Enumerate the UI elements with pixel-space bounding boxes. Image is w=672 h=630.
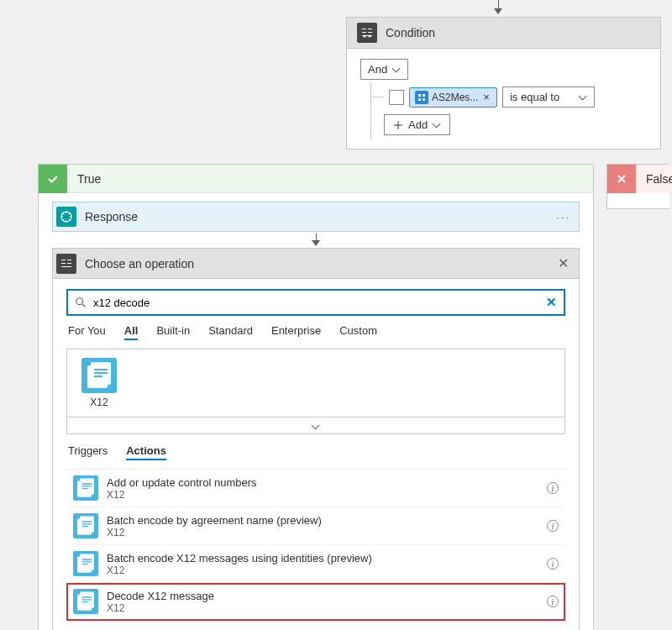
- condition-icon: [357, 23, 377, 43]
- response-icon: [56, 207, 76, 227]
- info-icon[interactable]: i: [547, 596, 559, 607]
- as2-token-icon: [415, 91, 428, 104]
- info-icon[interactable]: i: [547, 520, 559, 532]
- action-title: Decode X12 message: [107, 590, 538, 602]
- svg-point-1: [369, 35, 371, 38]
- actions-list[interactable]: Add or update control numbersX12iBatch e…: [66, 469, 565, 630]
- ta-tab-actions[interactable]: Actions: [126, 443, 166, 460]
- x-icon: [607, 165, 636, 193]
- chevron-down-icon: [392, 67, 401, 72]
- true-branch-panel: True Response ··· Choose an operation ✕: [38, 164, 594, 630]
- svg-rect-5: [423, 98, 425, 101]
- action-subtitle: X12: [107, 489, 538, 501]
- category-tab-custom[interactable]: Custom: [339, 323, 377, 340]
- operation-picker-header: Choose an operation ✕: [53, 249, 579, 279]
- search-icon: [75, 297, 87, 308]
- false-label: False: [636, 165, 672, 193]
- rule-checkbox[interactable]: [389, 90, 404, 105]
- x12-icon: [81, 358, 117, 393]
- action-title: Add or update control numbers: [107, 476, 538, 489]
- connector-x12[interactable]: X12: [76, 358, 123, 408]
- svg-rect-3: [423, 94, 425, 97]
- flow-arrow-in: [497, 0, 499, 17]
- svg-point-0: [364, 35, 366, 38]
- operator-label: is equal to: [510, 91, 559, 103]
- x12-icon: [73, 589, 98, 614]
- x12-icon: [73, 475, 98, 501]
- info-icon[interactable]: i: [547, 482, 559, 494]
- x12-icon: [73, 551, 98, 576]
- category-tab-for-you[interactable]: For You: [68, 323, 106, 340]
- chevron-down-icon: [579, 95, 587, 100]
- true-label: True: [67, 165, 593, 192]
- add-label: Add: [408, 118, 428, 131]
- action-item[interactable]: Decode X12 messageX12i: [66, 583, 565, 621]
- operation-icon: [56, 254, 76, 274]
- token-remove[interactable]: ×: [481, 91, 491, 103]
- operation-picker-title: Choose an operation: [76, 257, 548, 270]
- close-button[interactable]: ✕: [548, 255, 579, 271]
- condition-header[interactable]: Condition: [347, 18, 660, 49]
- token-label: AS2Mes...: [432, 92, 478, 103]
- connectors-grid: X12: [66, 349, 565, 434]
- response-title: Response: [76, 210, 548, 223]
- operation-search[interactable]: ✕: [66, 289, 565, 316]
- action-subtitle: X12: [107, 564, 538, 576]
- action-item[interactable]: Add or update control numbersX12i: [66, 470, 565, 507]
- false-branch-header[interactable]: False: [607, 165, 669, 193]
- x12-icon: [73, 513, 98, 538]
- category-tab-standard[interactable]: Standard: [208, 323, 253, 340]
- connector-label: X12: [90, 396, 108, 408]
- tree-line: [370, 82, 371, 139]
- action-subtitle: X12: [107, 602, 538, 614]
- action-subtitle: X12: [107, 527, 538, 538]
- clear-search-button[interactable]: ✕: [546, 295, 557, 310]
- expand-connectors-button[interactable]: [67, 417, 564, 433]
- svg-rect-2: [418, 94, 421, 97]
- add-condition-button[interactable]: Add: [384, 114, 450, 135]
- response-menu-button[interactable]: ···: [548, 211, 579, 223]
- action-title: Batch encode X12 messages using identiti…: [107, 552, 538, 564]
- condition-operand-token[interactable]: AS2Mes... ×: [409, 87, 497, 108]
- category-tab-built-in[interactable]: Built-in: [156, 323, 190, 340]
- triggers-actions-tabs: TriggersActions: [53, 434, 579, 469]
- action-item[interactable]: Batch encode by agreement name (preview)…: [66, 507, 565, 545]
- ta-tab-triggers[interactable]: Triggers: [68, 443, 108, 460]
- plus-icon: [393, 120, 403, 130]
- action-item[interactable]: Batch encode X12 messages using identiti…: [66, 545, 565, 583]
- svg-point-7: [76, 298, 83, 305]
- condition-title: Condition: [386, 26, 435, 39]
- condition-card: Condition And AS2Mes... × is equal to: [346, 17, 661, 150]
- action-title: Batch encode by agreement name (preview): [107, 514, 538, 527]
- svg-rect-4: [418, 98, 421, 101]
- and-label: And: [368, 63, 387, 76]
- search-input[interactable]: [93, 297, 539, 309]
- chevron-down-icon: [312, 424, 320, 429]
- category-tabs: For YouAllBuilt-inStandardEnterpriseCust…: [53, 323, 579, 349]
- condition-operator-dropdown[interactable]: is equal to: [502, 87, 595, 108]
- checkmark-icon: [39, 165, 67, 193]
- chevron-down-icon: [433, 123, 441, 128]
- response-action-card[interactable]: Response ···: [52, 202, 580, 232]
- info-icon[interactable]: i: [547, 558, 559, 570]
- flow-arrow: [312, 234, 320, 246]
- true-branch-header[interactable]: True: [39, 165, 593, 193]
- operation-picker-card: Choose an operation ✕ ✕ For YouAllBuilt-…: [52, 248, 580, 630]
- condition-group-operator[interactable]: And: [360, 59, 408, 80]
- false-branch-panel: False: [606, 164, 669, 209]
- category-tab-enterprise[interactable]: Enterprise: [271, 323, 321, 340]
- category-tab-all[interactable]: All: [124, 323, 139, 340]
